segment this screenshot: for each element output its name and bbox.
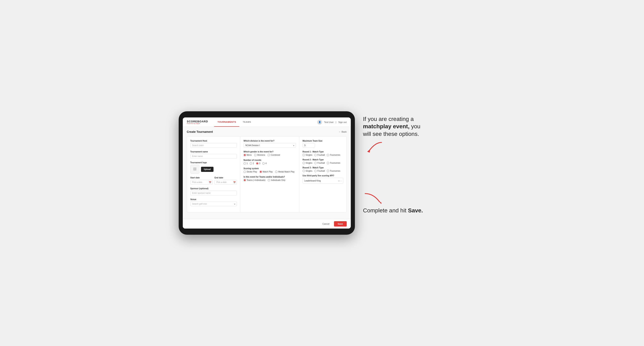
round2-fourball[interactable]: Fourball — [314, 162, 325, 164]
round3-foursomes-radio[interactable] — [327, 170, 329, 172]
venue-input[interactable] — [190, 201, 237, 206]
annotation-bottom-container: Complete and hit Save. — [363, 192, 466, 214]
tab-tournaments[interactable]: TOURNAMENTS — [214, 117, 239, 127]
gender-mens-radio[interactable] — [244, 154, 246, 156]
round-1[interactable]: 1 — [244, 162, 248, 165]
max-team-size-label: Maximum Team Size — [303, 140, 343, 142]
gender-group: Which gender is the event for? Mens Wome… — [244, 151, 296, 156]
scoring-radio-group: Stroke Play Match Play Medal Match Play — [244, 171, 296, 173]
form-col-left: Tournament Host Tournament name Tourname… — [187, 137, 240, 212]
sponsor-input[interactable] — [190, 191, 237, 195]
round1-fourball[interactable]: Fourball — [314, 154, 325, 156]
tab-teams[interactable]: TEAMS — [239, 117, 254, 127]
gender-womens-radio[interactable] — [254, 154, 256, 156]
rounds-label: Number of rounds — [244, 159, 296, 161]
svg-marker-1 — [378, 201, 382, 204]
max-team-size-input[interactable] — [303, 143, 315, 148]
round-3[interactable]: 3 — [256, 162, 260, 165]
third-party-wrapper[interactable]: Leaderboard King ✕ › — [303, 178, 343, 183]
scoring-stroke-radio[interactable] — [244, 171, 246, 173]
gender-label: Which gender is the event for? — [244, 151, 296, 153]
venue-select-wrapper — [190, 201, 237, 206]
round1-match-type-label: Round 1 - Match Type — [303, 151, 343, 153]
gender-womens[interactable]: Womens — [254, 154, 265, 156]
round-2[interactable]: 2 — [250, 162, 254, 165]
teams-option[interactable]: Teams (+Individuals) — [244, 179, 266, 181]
scoring-match-radio[interactable] — [260, 171, 262, 173]
tablet-frame: SCOREBOARD Powered by clippit TOURNAMENT… — [179, 111, 355, 235]
tag-close-icon[interactable]: ✕ — [338, 180, 340, 182]
scoring-stroke-label: Stroke Play — [247, 171, 257, 173]
arrow-bottom-svg — [363, 192, 384, 205]
tournament-logo-label: Tournament logo — [190, 162, 237, 164]
gender-combined-radio[interactable] — [268, 154, 270, 156]
round2-singles-radio[interactable] — [303, 162, 305, 164]
division-select[interactable]: NCAA Division I NCAA Division II NCAA Di… — [244, 143, 296, 148]
venue-label: Venue — [190, 198, 237, 200]
scoring-match[interactable]: Match Play — [260, 171, 273, 173]
round3-singles[interactable]: Singles — [303, 170, 312, 172]
max-team-size-group: Maximum Team Size — [303, 140, 343, 148]
round-4[interactable]: 4 — [262, 162, 266, 165]
main-content: Create Tournament ← Back Tournament Host… — [183, 127, 351, 219]
page-title: Create Tournament — [187, 130, 213, 133]
individuals-option[interactable]: Individuals Only — [268, 179, 286, 181]
gender-mens-label: Mens — [247, 154, 252, 156]
round1-foursomes-radio[interactable] — [327, 154, 329, 156]
tablet-screen: SCOREBOARD Powered by clippit TOURNAMENT… — [183, 117, 351, 229]
round3-fourball[interactable]: Fourball — [314, 170, 325, 172]
third-party-value: Leaderboard King — [304, 180, 321, 182]
round-2-radio[interactable] — [250, 162, 252, 165]
tournament-host-group: Tournament Host — [190, 140, 237, 148]
individuals-radio[interactable] — [268, 179, 270, 181]
round1-singles[interactable]: Singles — [303, 154, 312, 156]
scoring-match-label: Match Play — [263, 171, 273, 173]
date-row: Start date 📅 End date — [190, 176, 237, 184]
round1-singles-radio[interactable] — [303, 154, 305, 156]
gender-mens[interactable]: Mens — [244, 154, 252, 156]
user-name: Test User — [324, 121, 334, 123]
scoring-medal-radio[interactable] — [275, 171, 278, 173]
tournament-name-label: Tournament name — [190, 151, 237, 153]
round-4-radio[interactable] — [262, 162, 264, 165]
venue-group: Venue — [190, 198, 237, 206]
gender-combined[interactable]: Combined — [268, 154, 280, 156]
scoring-medal[interactable]: Medal Match Play — [275, 171, 294, 173]
round2-match-type-label: Round 2 - Match Type — [303, 159, 343, 161]
upload-button[interactable]: Upload — [201, 167, 214, 172]
end-date-input[interactable] — [214, 180, 237, 184]
round3-match-options: Singles Fourball Foursomes — [303, 170, 343, 172]
start-date-input[interactable] — [190, 180, 213, 184]
scoring-label: Scoring system — [244, 167, 296, 170]
round-3-radio[interactable] — [256, 162, 258, 165]
round2-foursomes-radio[interactable] — [327, 162, 329, 164]
round-1-radio[interactable] — [244, 162, 246, 165]
signout-link[interactable]: Sign out — [338, 121, 346, 123]
round2-foursomes[interactable]: Foursomes — [327, 162, 340, 164]
round2-fourball-radio[interactable] — [314, 162, 316, 164]
cancel-button[interactable]: Cancel — [320, 221, 332, 226]
rounds-radio-group: 1 2 3 — [244, 162, 296, 165]
scoring-medal-label: Medal Match Play — [278, 171, 294, 173]
scoring-stroke[interactable]: Stroke Play — [244, 171, 257, 173]
round2-singles[interactable]: Singles — [303, 162, 312, 164]
gender-combined-label: Combined — [271, 154, 280, 156]
tournament-host-input[interactable] — [190, 143, 237, 148]
teams-radio[interactable] — [244, 179, 246, 181]
round3-foursomes[interactable]: Foursomes — [327, 170, 340, 172]
start-date-wrapper: 📅 — [190, 180, 213, 184]
tournament-logo-group: Tournament logo 🖼 Upload — [190, 162, 237, 174]
back-button[interactable]: ← Back — [339, 131, 347, 133]
save-button[interactable]: Save — [334, 221, 347, 226]
tournament-name-input[interactable] — [190, 154, 237, 159]
round1-fourball-radio[interactable] — [314, 154, 316, 156]
round1-match-options: Singles Fourball Foursomes — [303, 154, 343, 156]
round1-foursomes[interactable]: Foursomes — [327, 154, 340, 156]
rounds-group: Number of rounds 1 2 — [244, 159, 296, 165]
tournament-name-group: Tournament name — [190, 151, 237, 159]
brand: SCOREBOARD Powered by clippit — [187, 120, 208, 124]
annotation-bottom-text: Complete and hit Save. — [363, 207, 424, 214]
round3-singles-radio[interactable] — [303, 170, 305, 172]
round3-fourball-radio[interactable] — [314, 170, 316, 172]
brand-title: SCOREBOARD — [187, 120, 208, 123]
